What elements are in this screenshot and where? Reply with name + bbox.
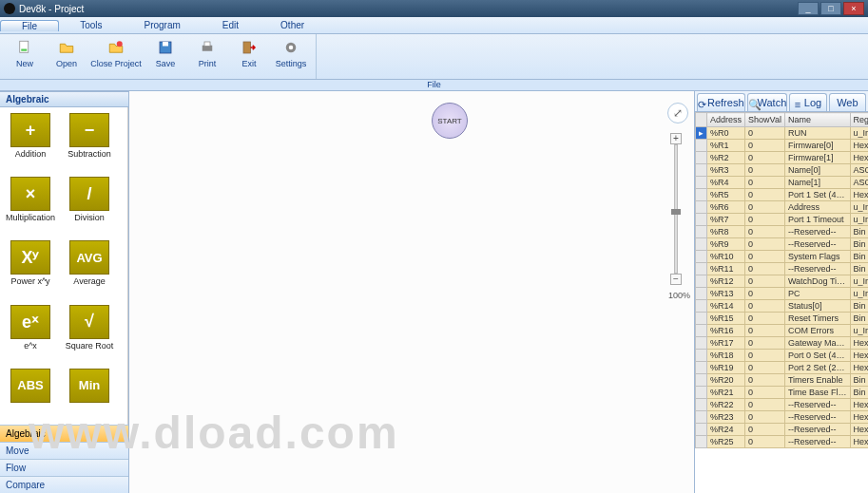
cell-regtype[interactable]: Bin bbox=[850, 387, 868, 399]
cell-showval[interactable]: 0 bbox=[745, 362, 785, 374]
palette-item[interactable]: −Subtraction bbox=[61, 113, 118, 173]
cell-showval[interactable]: 0 bbox=[745, 275, 785, 288]
cell-address[interactable]: %R19 bbox=[707, 362, 745, 374]
cell-name[interactable]: Firmware[0] bbox=[784, 140, 850, 152]
cell-address[interactable]: %R10 bbox=[707, 251, 745, 263]
table-row[interactable]: %R100System FlagsBin bbox=[696, 251, 869, 263]
zoom-thumb[interactable] bbox=[671, 209, 681, 215]
cell-address[interactable]: %R9 bbox=[707, 238, 745, 251]
cell-address[interactable]: %R1 bbox=[707, 140, 745, 152]
cell-showval[interactable]: 0 bbox=[745, 313, 785, 325]
cell-address[interactable]: %R3 bbox=[707, 164, 745, 177]
cell-regtype[interactable]: ASCII bbox=[850, 164, 868, 177]
cell-showval[interactable]: 0 bbox=[745, 424, 785, 436]
table-row[interactable]: ▸%R00RUNu_Int bbox=[696, 127, 869, 140]
table-row[interactable]: %R180Port 0 Set (4…Hex bbox=[696, 350, 869, 362]
table-row[interactable]: %R240--Reserved--Hex bbox=[696, 424, 869, 436]
cell-showval[interactable]: 0 bbox=[745, 288, 785, 300]
cell-showval[interactable]: 0 bbox=[745, 238, 785, 251]
cell-showval[interactable]: 0 bbox=[745, 325, 785, 337]
cell-regtype[interactable]: Hex bbox=[850, 350, 868, 362]
zoom-slider[interactable]: + − bbox=[669, 133, 683, 285]
table-row[interactable]: %R130PCu_Int bbox=[696, 288, 869, 300]
cell-address[interactable]: %R8 bbox=[707, 226, 745, 238]
table-row[interactable]: %R120WatchDog Ti…u_Int bbox=[696, 275, 869, 288]
exit-button[interactable]: Exit bbox=[228, 36, 270, 77]
col-regtype[interactable]: RegisterType bbox=[850, 113, 868, 127]
cell-name[interactable]: Reset Timers bbox=[784, 313, 850, 325]
table-row[interactable]: %R190Port 2 Set (2…Hex bbox=[696, 362, 869, 374]
cell-regtype[interactable]: Hex bbox=[850, 337, 868, 350]
cell-showval[interactable]: 0 bbox=[745, 263, 785, 275]
menu-tools[interactable]: Tools bbox=[59, 20, 123, 30]
cell-address[interactable]: %R5 bbox=[707, 189, 745, 201]
start-node[interactable]: START bbox=[432, 103, 468, 139]
cell-address[interactable]: %R22 bbox=[707, 399, 745, 411]
cell-regtype[interactable]: Bin bbox=[850, 238, 868, 251]
cell-address[interactable]: %R17 bbox=[707, 337, 745, 350]
col-address[interactable]: Address bbox=[707, 113, 745, 127]
cell-showval[interactable]: 0 bbox=[745, 387, 785, 399]
cell-name[interactable]: --Reserved-- bbox=[784, 424, 850, 436]
cell-showval[interactable]: 0 bbox=[745, 374, 785, 387]
maximize-button[interactable]: □ bbox=[820, 2, 841, 15]
cell-name[interactable]: Port 2 Set (2… bbox=[784, 362, 850, 374]
cell-showval[interactable]: 0 bbox=[745, 436, 785, 448]
cell-address[interactable]: %R24 bbox=[707, 424, 745, 436]
tab-log[interactable]: ≡Log bbox=[789, 93, 826, 111]
cell-name[interactable]: --Reserved-- bbox=[784, 399, 850, 411]
menu-other[interactable]: Other bbox=[260, 20, 325, 30]
table-row[interactable]: %R220--Reserved--Hex bbox=[696, 399, 869, 411]
table-row[interactable]: %R200Timers EnableBin bbox=[696, 374, 869, 387]
palette-item[interactable]: XʸPower x^y bbox=[2, 240, 59, 300]
cell-address[interactable]: %R2 bbox=[707, 152, 745, 164]
tab-web[interactable]: Web bbox=[829, 93, 866, 111]
cell-address[interactable]: %R23 bbox=[707, 411, 745, 424]
cell-showval[interactable]: 0 bbox=[745, 127, 785, 140]
close-project-button[interactable]: Close Project bbox=[87, 36, 145, 77]
cell-regtype[interactable]: Hex bbox=[850, 189, 868, 201]
cell-address[interactable]: %R7 bbox=[707, 214, 745, 226]
cell-name[interactable]: --Reserved-- bbox=[784, 436, 850, 448]
table-row[interactable]: %R170Gateway Ma…Hex bbox=[696, 337, 869, 350]
table-row[interactable]: %R210Time Base Fl…Bin bbox=[696, 387, 869, 399]
cell-address[interactable]: %R12 bbox=[707, 275, 745, 288]
zoom-out-button[interactable]: − bbox=[670, 274, 682, 285]
cell-name[interactable]: Gateway Ma… bbox=[784, 337, 850, 350]
cell-address[interactable]: %R21 bbox=[707, 387, 745, 399]
table-row[interactable]: %R40Name[1]ASCII bbox=[696, 177, 869, 189]
cell-name[interactable]: Name[0] bbox=[784, 164, 850, 177]
table-row[interactable]: %R110--Reserved--Bin bbox=[696, 263, 869, 275]
zoom-track[interactable] bbox=[674, 144, 678, 274]
cell-address[interactable]: %R11 bbox=[707, 263, 745, 275]
print-button[interactable]: Print bbox=[186, 36, 228, 77]
category-item[interactable]: Flow bbox=[0, 459, 128, 476]
cell-regtype[interactable]: Bin bbox=[850, 374, 868, 387]
cell-regtype[interactable]: u_Int bbox=[850, 127, 868, 140]
cell-name[interactable]: Port 0 Set (4… bbox=[784, 350, 850, 362]
cell-address[interactable]: %R25 bbox=[707, 436, 745, 448]
cell-name[interactable]: RUN bbox=[784, 127, 850, 140]
fit-view-button[interactable]: ⤢ bbox=[667, 103, 688, 123]
cell-regtype[interactable]: Bin bbox=[850, 226, 868, 238]
cell-showval[interactable]: 0 bbox=[745, 251, 785, 263]
cell-name[interactable]: Port 1 Set (4… bbox=[784, 189, 850, 201]
save-button[interactable]: Save bbox=[145, 36, 186, 77]
table-row[interactable]: %R20Firmware[1]Hex bbox=[696, 152, 869, 164]
cell-address[interactable]: %R20 bbox=[707, 374, 745, 387]
cell-regtype[interactable]: Bin bbox=[850, 313, 868, 325]
cell-regtype[interactable]: ASCII bbox=[850, 177, 868, 189]
zoom-in-button[interactable]: + bbox=[670, 133, 682, 144]
cell-regtype[interactable]: u_Int bbox=[850, 288, 868, 300]
cell-showval[interactable]: 0 bbox=[745, 177, 785, 189]
cell-name[interactable]: COM Errors bbox=[784, 325, 850, 337]
settings-button[interactable]: Settings bbox=[270, 36, 312, 77]
cell-name[interactable]: Address bbox=[784, 201, 850, 214]
cell-address[interactable]: %R16 bbox=[707, 325, 745, 337]
palette-item[interactable]: AVGAverage bbox=[61, 240, 118, 300]
menu-edit[interactable]: Edit bbox=[202, 20, 260, 30]
cell-showval[interactable]: 0 bbox=[745, 337, 785, 350]
cell-regtype[interactable]: u_Int bbox=[850, 214, 868, 226]
palette-item[interactable]: +Addition bbox=[2, 113, 59, 173]
table-row[interactable]: %R230--Reserved--Hex bbox=[696, 411, 869, 424]
